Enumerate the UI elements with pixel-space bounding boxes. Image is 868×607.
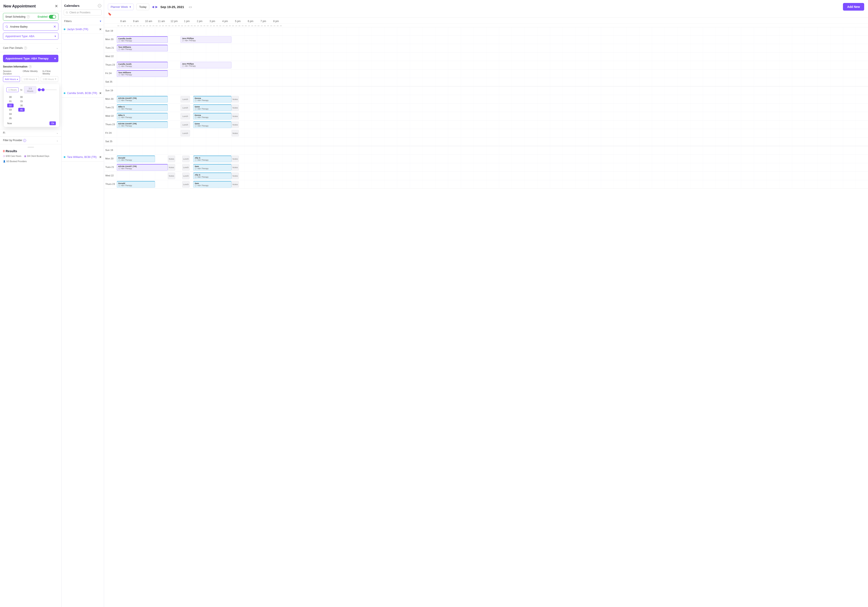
day-track[interactable]	[117, 87, 868, 95]
view-select[interactable]: Planner Week▾	[108, 4, 134, 10]
event[interactable]: Lunch	[180, 104, 190, 111]
day-track[interactable]: Mike SABA TherapyLunchDonnaABA TherapyNo…	[117, 112, 868, 120]
event[interactable]: KEVIN CHART (TR)ABA Therapy	[117, 96, 168, 102]
event[interactable]: Ally SABA Therapy	[193, 156, 231, 162]
day-track[interactable]: Tara WilliamsABA Therapy	[117, 44, 868, 52]
event[interactable]: Lunch	[180, 113, 190, 119]
day-track[interactable]: KEVIN CHART (TR)ABA TherapyLunchGeneABA …	[117, 121, 868, 129]
hours-list[interactable]: 000102030405	[7, 95, 14, 120]
appointment-type-bar[interactable]: Appointment Type: ABA Therapy ▾	[3, 55, 58, 62]
help-icon[interactable]: ?	[27, 15, 30, 18]
duration-slider[interactable]	[39, 89, 57, 90]
event[interactable]: Tara WilliamsABA Therapy	[117, 45, 168, 51]
care-plan-row[interactable]: Care Plan Details? ⌄	[0, 43, 61, 52]
hour-option[interactable]: 03	[7, 108, 14, 111]
remove-icon[interactable]: ✕	[99, 91, 102, 95]
add-hours-button[interactable]: Add Hours▴	[3, 76, 20, 82]
event[interactable]: Jara PhillipsABA Therapy	[180, 62, 231, 68]
day-track[interactable]: LunchNotes	[117, 129, 868, 137]
day-track[interactable]: DonaldABA TherapyNotesLunchAlly SABA The…	[117, 155, 868, 163]
drag-handle[interactable]	[28, 147, 34, 147]
filter-provider-row[interactable]: Filter by Provideri ⌄	[0, 136, 61, 144]
event[interactable]: Lunch	[180, 121, 190, 128]
event[interactable]: Lunch	[182, 181, 190, 187]
hour-option[interactable]: 00	[7, 95, 14, 99]
today-button[interactable]: Today	[136, 4, 149, 10]
event[interactable]: Tara WilliamsABA Therapy	[117, 70, 168, 77]
event[interactable]: Lunch	[182, 164, 190, 170]
event[interactable]: GeneABA Therapy	[193, 121, 231, 128]
appointment-type-select[interactable]: Appointment Type: ABA ▾	[3, 33, 58, 40]
minute-option[interactable]: 00	[18, 95, 25, 99]
calendar-picker-icon[interactable]: ▭	[189, 5, 192, 9]
day-track[interactable]	[117, 146, 868, 155]
event[interactable]: Notes	[231, 156, 239, 162]
event[interactable]: Notes	[231, 130, 239, 136]
event[interactable]: Lunch	[182, 173, 190, 179]
remove-icon[interactable]: ✕	[99, 28, 102, 31]
day-track[interactable]: Camilla SmithABA TherapyJara PhillipsABA…	[117, 36, 868, 44]
day-track[interactable]: KEVIN CHART (TR)ABA TherapyNotesLunchSam…	[117, 163, 868, 172]
event[interactable]: Notes	[168, 173, 175, 179]
event[interactable]: Notes	[231, 164, 239, 170]
day-track[interactable]	[117, 138, 868, 146]
event[interactable]: Notes	[231, 96, 239, 102]
event[interactable]: Notes	[168, 156, 175, 162]
minute-option[interactable]: 30	[18, 104, 25, 107]
toggle-switch[interactable]	[49, 15, 56, 19]
calendar-search[interactable]: Client or Providers	[64, 9, 102, 15]
event[interactable]: KEVIN CHART (TR)ABA Therapy	[117, 121, 168, 128]
event[interactable]: Notes	[231, 104, 239, 111]
day-track[interactable]: NotesLunchAlly SABA TherapyNotes	[117, 172, 868, 180]
day-track[interactable]: DonaldABA TherapyLunchSamABA TherapyNote…	[117, 180, 868, 189]
range-from[interactable]: 1 Hours	[6, 87, 19, 92]
client-search[interactable]: Andrew Bailey ✕	[3, 23, 58, 31]
event[interactable]: DonnaABA Therapy	[193, 96, 231, 102]
provider-row[interactable]: Camilla Smith, BCBI (TR)✕	[62, 89, 104, 98]
event[interactable]: KEVIN CHART (TR)ABA Therapy	[117, 164, 168, 170]
now-button[interactable]: Now	[7, 122, 12, 125]
event[interactable]: Lunch	[182, 156, 190, 162]
hour-option[interactable]: 04	[7, 112, 14, 116]
event[interactable]: Ally SABA Therapy	[193, 173, 231, 179]
event[interactable]: Lunch	[180, 130, 190, 136]
day-track[interactable]: Camilla SmithABA TherapyJara PhillipsABA…	[117, 61, 868, 69]
event[interactable]: DonnaABA Therapy	[193, 113, 231, 119]
event[interactable]: Mike SABA Therapy	[117, 113, 168, 119]
event[interactable]: Mike SABA Therapy	[117, 104, 168, 111]
day-track[interactable]: Tara WilliamsABA Therapy	[117, 70, 868, 78]
event[interactable]: DonaldABA Therapy	[117, 181, 155, 187]
event[interactable]: Notes	[231, 113, 239, 119]
clear-icon[interactable]: ✕	[53, 25, 56, 29]
event[interactable]: Lunch	[180, 96, 190, 102]
calendar-filters[interactable]: Filters ▾	[62, 17, 104, 25]
add-new-button[interactable]: Add New	[843, 3, 864, 11]
event[interactable]: SamABA Therapy	[193, 181, 231, 187]
event[interactable]: Notes	[231, 173, 239, 179]
remove-icon[interactable]: ✕	[99, 155, 102, 159]
filter-location-row[interactable]: Fi ⌄	[0, 129, 61, 136]
event[interactable]: Camilla SmithABA Therapy	[117, 36, 168, 43]
bookmark-icon[interactable]: 🔖	[108, 12, 112, 16]
ok-button[interactable]: Ok	[50, 121, 56, 125]
minutes-list[interactable]: 00153045	[18, 95, 25, 120]
day-track[interactable]	[117, 27, 868, 35]
event[interactable]: Camilla SmithABA Therapy	[117, 62, 168, 68]
help-icon[interactable]: ?	[24, 46, 27, 50]
hour-option[interactable]: 02	[7, 104, 14, 107]
provider-row[interactable]: Jaclyn Smith (TR)✕	[62, 25, 104, 34]
collapse-icon[interactable]: –	[98, 4, 101, 8]
event[interactable]: Notes	[231, 121, 239, 128]
provider-row[interactable]: Tara Williams, BCBI (TR)✕	[62, 153, 104, 161]
range-to[interactable]: 3.5 Hours	[24, 86, 36, 93]
minute-option[interactable]: 15	[18, 99, 25, 103]
event[interactable]: Notes	[168, 164, 175, 170]
next-arrow[interactable]: ▶	[155, 5, 158, 8]
event[interactable]: Notes	[231, 181, 239, 187]
event[interactable]: SamABA Therapy	[193, 164, 231, 170]
day-track[interactable]	[117, 78, 868, 86]
hour-option[interactable]: 01	[7, 99, 14, 103]
event[interactable]: DonaldABA Therapy	[117, 156, 155, 162]
smart-scheduling-toggle[interactable]: Smart Scheduling? Enabled	[3, 13, 58, 20]
day-track[interactable]	[117, 53, 868, 61]
